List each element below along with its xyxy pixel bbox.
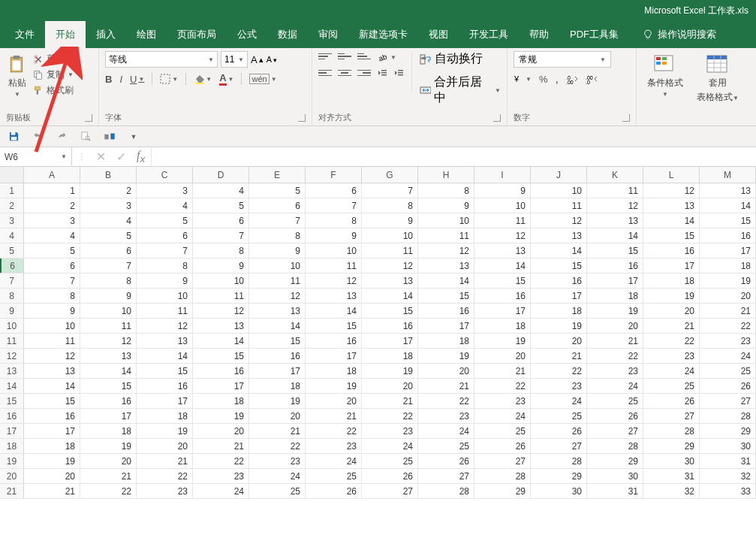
border-button[interactable]: ▼ xyxy=(160,74,178,84)
cell[interactable]: 7 xyxy=(306,198,362,213)
cell[interactable]: 16 xyxy=(137,379,193,393)
cell[interactable]: 10 xyxy=(306,243,362,258)
cell[interactable]: 8 xyxy=(137,258,193,273)
cell[interactable]: 14 xyxy=(643,213,700,228)
column-header[interactable]: L xyxy=(643,167,700,183)
cell[interactable]: 24 xyxy=(700,349,756,363)
align-top-button[interactable] xyxy=(318,51,332,62)
cell[interactable]: 4 xyxy=(24,228,80,243)
cell[interactable]: 6 xyxy=(306,183,362,198)
cell[interactable]: 19 xyxy=(193,409,249,423)
cell[interactable]: 25 xyxy=(643,379,700,393)
cell[interactable]: 8 xyxy=(249,228,306,243)
row-header[interactable]: 12 xyxy=(0,349,24,363)
cell[interactable]: 22 xyxy=(474,379,531,393)
cell[interactable]: 25 xyxy=(418,439,474,453)
cell[interactable]: 8 xyxy=(24,289,80,303)
cell[interactable]: 14 xyxy=(587,228,643,243)
row-header[interactable]: 17 xyxy=(0,424,24,438)
bold-button[interactable]: B xyxy=(105,74,112,85)
cell[interactable]: 28 xyxy=(474,469,531,483)
cell[interactable]: 30 xyxy=(643,454,700,468)
cell[interactable]: 13 xyxy=(587,213,643,228)
cell[interactable]: 8 xyxy=(80,274,137,288)
cell[interactable]: 6 xyxy=(80,243,137,258)
cell[interactable]: 14 xyxy=(474,258,531,273)
cell[interactable]: 11 xyxy=(587,183,643,198)
cell[interactable]: 10 xyxy=(474,198,531,213)
cell[interactable]: 12 xyxy=(474,228,531,243)
cell[interactable]: 17 xyxy=(474,304,531,318)
align-left-button[interactable] xyxy=(318,68,332,78)
cell[interactable]: 10 xyxy=(531,183,587,198)
cell[interactable]: 7 xyxy=(362,183,418,198)
cell[interactable]: 9 xyxy=(24,304,80,318)
cell[interactable]: 7 xyxy=(249,213,306,228)
cell[interactable]: 15 xyxy=(531,258,587,273)
formula-input[interactable] xyxy=(152,147,756,166)
cell[interactable]: 7 xyxy=(24,274,80,288)
cell[interactable]: 11 xyxy=(137,304,193,318)
cell[interactable]: 22 xyxy=(249,439,306,453)
cell[interactable]: 13 xyxy=(531,228,587,243)
cell[interactable]: 8 xyxy=(418,183,474,198)
percent-button[interactable]: % xyxy=(539,74,548,85)
cell[interactable]: 18 xyxy=(24,439,80,453)
cell[interactable]: 12 xyxy=(193,304,249,318)
cell[interactable]: 15 xyxy=(587,243,643,258)
cell[interactable]: 7 xyxy=(80,258,137,273)
cell[interactable]: 20 xyxy=(587,319,643,333)
cell[interactable]: 23 xyxy=(362,424,418,438)
cell[interactable]: 9 xyxy=(193,258,249,273)
cell[interactable]: 21 xyxy=(362,394,418,408)
italic-button[interactable]: I xyxy=(119,74,122,85)
cell[interactable]: 18 xyxy=(418,334,474,348)
dialog-launcher-icon[interactable] xyxy=(85,114,92,122)
row-header[interactable]: 8 xyxy=(0,289,24,303)
cell[interactable]: 21 xyxy=(193,439,249,453)
cell[interactable]: 12 xyxy=(249,289,306,303)
cell[interactable]: 23 xyxy=(306,439,362,453)
cell[interactable]: 16 xyxy=(474,289,531,303)
cell[interactable]: 2 xyxy=(80,183,137,198)
cell[interactable]: 24 xyxy=(249,469,306,483)
cell[interactable]: 11 xyxy=(531,198,587,213)
underline-button[interactable]: U▼ xyxy=(130,74,144,85)
cell[interactable]: 5 xyxy=(193,198,249,213)
column-header[interactable]: D xyxy=(193,167,249,183)
cell[interactable]: 18 xyxy=(193,394,249,408)
cell[interactable]: 18 xyxy=(249,379,306,393)
cell[interactable]: 13 xyxy=(249,304,306,318)
cell[interactable]: 23 xyxy=(587,364,643,378)
cell[interactable]: 9 xyxy=(362,213,418,228)
cell[interactable]: 22 xyxy=(643,334,700,348)
cell[interactable]: 25 xyxy=(700,364,756,378)
cell[interactable]: 15 xyxy=(474,274,531,288)
row-header[interactable]: 19 xyxy=(0,454,24,468)
decrease-font-button[interactable]: A▾ xyxy=(267,55,277,64)
cell[interactable]: 16 xyxy=(24,409,80,423)
cell[interactable]: 12 xyxy=(531,213,587,228)
cell[interactable]: 28 xyxy=(700,409,756,423)
cell[interactable]: 17 xyxy=(700,243,756,258)
cell[interactable]: 23 xyxy=(193,469,249,483)
cell[interactable]: 28 xyxy=(643,424,700,438)
tab-新建选项卡[interactable]: 新建选项卡 xyxy=(348,21,418,48)
cell[interactable]: 20 xyxy=(531,334,587,348)
cell[interactable]: 19 xyxy=(531,319,587,333)
cell[interactable]: 11 xyxy=(80,319,137,333)
column-header[interactable]: H xyxy=(418,167,474,183)
align-bottom-button[interactable] xyxy=(357,51,371,62)
cell[interactable]: 7 xyxy=(137,243,193,258)
cell[interactable]: 15 xyxy=(249,334,306,348)
cell[interactable]: 21 xyxy=(700,304,756,318)
cell[interactable]: 29 xyxy=(474,484,531,498)
cell[interactable]: 26 xyxy=(474,439,531,453)
row-header[interactable]: 21 xyxy=(0,484,24,498)
cell[interactable]: 20 xyxy=(306,394,362,408)
cell[interactable]: 13 xyxy=(193,319,249,333)
cell[interactable]: 26 xyxy=(418,454,474,468)
cell[interactable]: 17 xyxy=(643,258,700,273)
fill-color-button[interactable]: ▼ xyxy=(194,74,212,84)
cell[interactable]: 16 xyxy=(700,228,756,243)
